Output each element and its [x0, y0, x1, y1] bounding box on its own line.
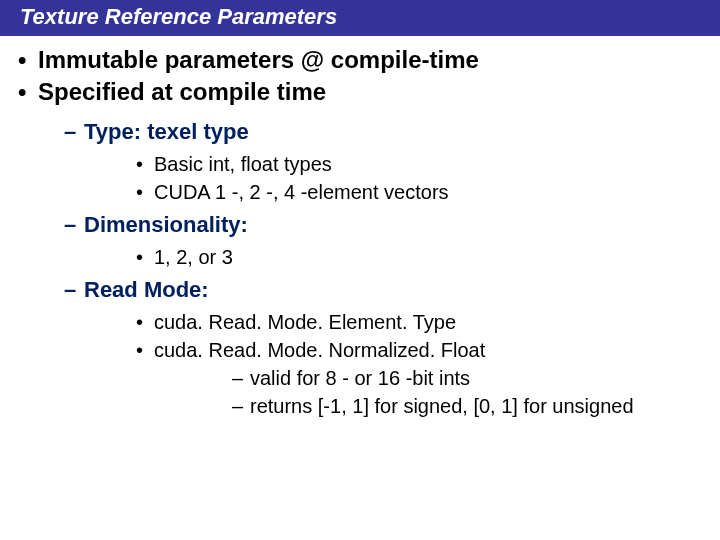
subsub-item: CUDA 1 -, 2 -, 4 -element vectors — [84, 178, 710, 206]
bullet-item: Immutable parameters @ compile-time — [10, 44, 710, 76]
sub-text: Type: texel type — [84, 119, 249, 144]
subsub-list: Basic int, float types CUDA 1 -, 2 -, 4 … — [84, 150, 710, 206]
subsub-text: cuda. Read. Mode. Normalized. Float — [154, 339, 485, 361]
sub-item: Read Mode: cuda. Read. Mode. Element. Ty… — [38, 273, 710, 420]
subsubsub-list: valid for 8 - or 16 -bit ints returns [-… — [154, 364, 710, 420]
sub-text: Dimensionality: — [84, 212, 248, 237]
subsub-item: 1, 2, or 3 — [84, 243, 710, 271]
subsub-list: 1, 2, or 3 — [84, 243, 710, 271]
subsub-item: cuda. Read. Mode. Element. Type — [84, 308, 710, 336]
slide-title: Texture Reference Parameters — [0, 0, 720, 36]
bullet-text: Specified at compile time — [38, 78, 326, 105]
subsub-item: Basic int, float types — [84, 150, 710, 178]
subsub-item: cuda. Read. Mode. Normalized. Float vali… — [84, 336, 710, 420]
subsubsub-item: valid for 8 - or 16 -bit ints — [154, 364, 710, 392]
sub-item: Type: texel type Basic int, float types … — [38, 115, 710, 206]
subsub-list: cuda. Read. Mode. Element. Type cuda. Re… — [84, 308, 710, 420]
sub-text: Read Mode: — [84, 277, 209, 302]
sub-list: Type: texel type Basic int, float types … — [38, 115, 710, 420]
subsubsub-item: returns [-1, 1] for signed, [0, 1] for u… — [154, 392, 710, 420]
bullet-item: Specified at compile time Type: texel ty… — [10, 76, 710, 419]
slide-content: Immutable parameters @ compile-time Spec… — [0, 36, 720, 420]
bullet-list: Immutable parameters @ compile-time Spec… — [10, 44, 710, 420]
sub-item: Dimensionality: 1, 2, or 3 — [38, 208, 710, 271]
